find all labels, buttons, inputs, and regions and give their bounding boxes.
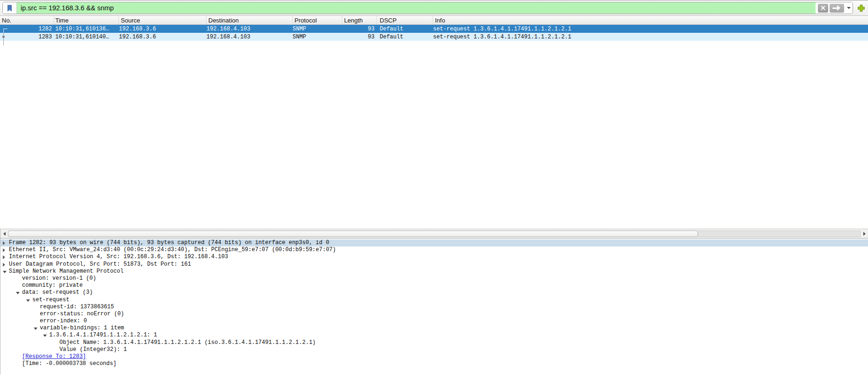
plus-icon xyxy=(857,4,865,12)
detail-row-15[interactable]: Value (Integer32): 1 xyxy=(0,346,868,353)
horizontal-scrollbar[interactable] xyxy=(0,229,868,238)
cell-source: 192.168.3.6 xyxy=(119,34,206,40)
packet-list: No.TimeSourceDestinationProtocolLengthDS… xyxy=(0,16,868,238)
detail-text: error-index: 0 xyxy=(40,318,87,324)
detail-row-10[interactable]: error-status: noError (0) xyxy=(0,311,868,318)
detail-text: 1.3.6.1.4.1.17491.1.1.2.1.2.1: 1 xyxy=(49,332,157,338)
packet-row-1283[interactable]: 128310:10:31,610140…192.168.3.6192.168.4… xyxy=(0,33,868,41)
detail-text: Object Name: 1.3.6.1.4.1.17491.1.1.2.1.2… xyxy=(59,339,316,346)
collapse-icon[interactable] xyxy=(16,292,20,294)
column-header-length[interactable]: Length xyxy=(342,16,377,24)
cell-no: 1283 xyxy=(0,34,54,40)
cell-time: 10:10:31,610136… xyxy=(54,26,119,32)
cell-protocol: SNMP xyxy=(293,26,342,32)
cell-source: 192.168.3.6 xyxy=(119,26,206,32)
detail-text: Frame 1282: 93 bytes on wire (744 bits),… xyxy=(9,239,329,246)
cell-info: set-request 1.3.6.1.4.1.17491.1.1.2.1.2.… xyxy=(433,34,868,40)
filter-bookmark-button[interactable] xyxy=(3,2,17,14)
detail-row-8[interactable]: set-request xyxy=(0,297,868,304)
cell-length: 93 xyxy=(342,34,377,40)
detail-row-17[interactable]: [Time: -0.000003738 seconds] xyxy=(0,360,868,367)
display-filter-field[interactable]: ip.src == 192.168.3.6 && snmp xyxy=(2,2,853,14)
detail-text: variable-bindings: 1 item xyxy=(40,325,124,331)
detail-text: Internet Protocol Version 4, Src: 192.16… xyxy=(9,253,228,260)
wireshark-window: ip.src == 192.168.3.6 && snmp No.TimeSou… xyxy=(0,0,868,380)
detail-text: version: version-1 (0) xyxy=(22,275,96,282)
cell-dscp: Default xyxy=(377,34,433,40)
detail-text: Value (Integer32): 1 xyxy=(59,346,127,353)
detail-row-7[interactable]: data: set-request (3) xyxy=(0,289,868,296)
expand-icon[interactable] xyxy=(3,248,5,252)
cell-length: 93 xyxy=(342,26,377,32)
scroll-left-button[interactable] xyxy=(0,229,8,238)
detail-text: Simple Network Management Protocol xyxy=(9,268,124,275)
add-filter-button[interactable] xyxy=(856,3,866,13)
cell-time: 10:10:31,610140… xyxy=(54,34,119,40)
clear-filter-button[interactable] xyxy=(818,4,828,13)
detail-row-14[interactable]: Object Name: 1.3.6.1.4.1.17491.1.1.2.1.2… xyxy=(0,339,868,346)
collapse-icon[interactable] xyxy=(3,271,7,273)
collapse-icon[interactable] xyxy=(43,335,47,337)
detail-text: [Time: -0.000003738 seconds] xyxy=(22,360,117,367)
expand-icon[interactable] xyxy=(3,263,5,267)
cell-info: set-request 1.3.6.1.4.1.17491.1.1.2.1.2.… xyxy=(433,26,868,32)
arrow-left-icon xyxy=(3,232,6,236)
packet-list-header: No.TimeSourceDestinationProtocolLengthDS… xyxy=(0,16,868,25)
detail-text: community: private xyxy=(22,282,83,289)
detail-link-text[interactable]: [Response To: 1283] xyxy=(22,353,86,360)
column-header-protocol[interactable]: Protocol xyxy=(293,16,342,24)
related-packet-icon xyxy=(2,36,5,38)
detail-row-6[interactable]: community: private xyxy=(0,282,868,289)
cell-destination: 192.168.4.103 xyxy=(206,26,293,32)
detail-row-11[interactable]: error-index: 0 xyxy=(0,318,868,325)
conversation-line xyxy=(3,33,4,45)
filter-query-text: ip.src == 192.168.3.6 && snmp xyxy=(21,4,114,12)
column-header-info[interactable]: Info xyxy=(433,16,868,24)
collapse-icon[interactable] xyxy=(34,328,37,330)
filter-history-dropdown[interactable] xyxy=(845,2,853,14)
detail-text: error-status: noError (0) xyxy=(40,311,124,317)
expand-icon[interactable] xyxy=(3,241,5,245)
detail-text: User Datagram Protocol, Src Port: 51873,… xyxy=(9,261,191,268)
scrollbar-thumb[interactable] xyxy=(8,231,698,237)
cell-protocol: SNMP xyxy=(293,34,342,40)
scroll-right-button[interactable] xyxy=(861,229,868,238)
scrollbar-track[interactable] xyxy=(698,231,861,237)
detail-row-0[interactable]: Frame 1282: 93 bytes on wire (744 bits),… xyxy=(0,239,868,246)
packet-list-body: 128210:10:31,610136…192.168.3.6192.168.4… xyxy=(0,25,868,229)
column-header-time[interactable]: Time xyxy=(54,16,119,24)
cell-dscp: Default xyxy=(377,26,433,32)
display-filter-input[interactable]: ip.src == 192.168.3.6 && snmp xyxy=(17,2,816,14)
detail-row-12[interactable]: variable-bindings: 1 item xyxy=(0,325,868,332)
detail-row-3[interactable]: User Datagram Protocol, Src Port: 51873,… xyxy=(0,261,868,268)
filter-toolbar: ip.src == 192.168.3.6 && snmp xyxy=(0,0,868,16)
detail-text: request-id: 1373863615 xyxy=(40,304,114,310)
detail-text: set-request xyxy=(32,297,69,303)
cell-destination: 192.168.4.103 xyxy=(206,34,293,40)
column-header-destination[interactable]: Destination xyxy=(206,16,293,24)
column-header-dscp[interactable]: DSCP xyxy=(377,16,433,24)
expand-icon[interactable] xyxy=(3,255,5,259)
chevron-down-icon xyxy=(847,7,851,9)
column-header-source[interactable]: Source xyxy=(119,16,206,24)
detail-text: data: set-request (3) xyxy=(22,289,93,296)
packet-detail-pane: Frame 1282: 93 bytes on wire (744 bits),… xyxy=(0,238,868,374)
cell-no: 1282 xyxy=(0,26,54,32)
column-header-no[interactable]: No. xyxy=(0,16,54,24)
conversation-start-icon xyxy=(3,29,7,33)
detail-row-13[interactable]: 1.3.6.1.4.1.17491.1.1.2.1.2.1: 1 xyxy=(0,332,868,339)
packet-row-1282[interactable]: 128210:10:31,610136…192.168.3.6192.168.4… xyxy=(0,25,868,33)
detail-row-9[interactable]: request-id: 1373863615 xyxy=(0,304,868,311)
detail-row-2[interactable]: Internet Protocol Version 4, Src: 192.16… xyxy=(0,253,868,261)
apply-filter-button[interactable] xyxy=(830,4,844,13)
detail-row-16[interactable]: [Response To: 1283] xyxy=(0,353,868,360)
detail-row-5[interactable]: version: version-1 (0) xyxy=(0,275,868,282)
detail-text: Ethernet II, Src: VMware_24:d3:40 (00:0c… xyxy=(9,246,336,253)
detail-row-4[interactable]: Simple Network Management Protocol xyxy=(0,268,868,275)
detail-row-1[interactable]: Ethernet II, Src: VMware_24:d3:40 (00:0c… xyxy=(0,246,868,253)
bookmark-icon xyxy=(7,5,12,12)
arrow-right-icon xyxy=(863,232,866,236)
collapse-icon[interactable] xyxy=(26,299,30,302)
